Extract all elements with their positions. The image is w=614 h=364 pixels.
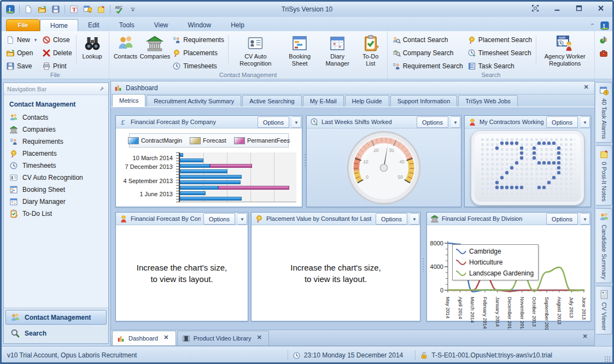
close-slash-icon xyxy=(42,36,51,44)
options-dropdown-icon[interactable]: ▼ xyxy=(581,116,590,128)
qat-post-it-note[interactable] xyxy=(95,4,107,15)
options-button[interactable]: Options xyxy=(203,213,235,225)
menu-tab-tools[interactable]: Tools xyxy=(109,19,144,31)
pin-icon[interactable] xyxy=(97,85,105,93)
ribbon-button-task-search[interactable]: Task Search xyxy=(465,60,534,72)
panel-financial-forecast-by-consultant: Financial Forecast By Consulta Options ▼… xyxy=(115,212,248,321)
tab-close-icon[interactable]: ✕ xyxy=(161,334,171,343)
options-button[interactable]: Options xyxy=(417,116,448,128)
ribbon-button-to-do-list[interactable]: To-Do List xyxy=(356,33,385,72)
ribbon-button-requirements[interactable]: Requirements xyxy=(170,34,226,46)
ribbon-button-lookup[interactable]: Lookup xyxy=(78,33,107,72)
options-button[interactable]: Options xyxy=(258,116,289,128)
options-dropdown-icon[interactable]: ▼ xyxy=(410,213,419,225)
svg-text:0: 0 xyxy=(366,174,369,180)
ribbon-button-toolbox[interactable] xyxy=(597,47,610,59)
ribbon-button-chart-tools[interactable] xyxy=(597,34,610,46)
qat-letter-t[interactable]: T xyxy=(68,4,80,15)
ribbon-button-save[interactable]: Save xyxy=(4,60,40,72)
ribbon-button-company-search[interactable]: Company Search xyxy=(390,47,465,59)
ribbon-button-print[interactable]: Print xyxy=(40,60,74,72)
options-button[interactable]: Options xyxy=(546,116,578,128)
sidebar-item-requirements[interactable]: Requirements xyxy=(4,136,108,148)
sidebar-item-timesheets[interactable]: Timesheets xyxy=(4,160,108,172)
window-maximize-button[interactable] xyxy=(572,3,586,13)
side-tab-0-post-it-notes[interactable]: 0 Post-It Notes xyxy=(596,145,612,206)
menu-tab-home[interactable]: Home xyxy=(40,19,78,31)
ribbon-button-open[interactable]: Open xyxy=(4,47,40,59)
options-dropdown-icon[interactable]: ▼ xyxy=(238,213,247,225)
document-close-icon[interactable]: ✕ xyxy=(581,84,591,92)
qat-spell-check[interactable]: ABC xyxy=(113,4,125,15)
qat-new-document[interactable] xyxy=(22,4,34,15)
ribbon-button-diary-manager[interactable]: Diary Manager xyxy=(319,33,356,72)
options-button[interactable]: Options xyxy=(546,213,578,225)
ribbon-button-placements[interactable]: Placements xyxy=(170,47,226,59)
side-tab-cv-viewer[interactable]: CV Viewer xyxy=(596,286,612,334)
options-dropdown-icon[interactable]: ▼ xyxy=(292,116,301,128)
ribbon-button-delete[interactable]: Delete xyxy=(40,47,74,59)
sidebar-item-contacts[interactable]: Contacts xyxy=(4,111,108,124)
options-dropdown-icon[interactable]: ▼ xyxy=(581,213,590,225)
ribbon-button-contact-search[interactable]: Contact Search xyxy=(390,34,465,46)
ribbon-button-cv-auto-recognition[interactable]: CV Auto Recognition xyxy=(230,33,281,72)
document-tab-product-video-library[interactable]: Product Video Library✕ xyxy=(177,331,270,345)
window-controls xyxy=(528,3,608,13)
side-tab-40-task-alarms[interactable]: 40 Task Alarms xyxy=(596,82,612,143)
options-button[interactable]: Options xyxy=(376,213,407,225)
dashboard-tab-metrics[interactable]: Metrics xyxy=(112,94,145,107)
sidebar-item-diary-manager[interactable]: Diary Manager xyxy=(4,196,108,208)
qat-more-arrow[interactable] xyxy=(127,4,139,15)
ribbon-button-timesheet-search[interactable]: Timesheet Search xyxy=(465,47,534,59)
window-close-button[interactable] xyxy=(594,3,608,13)
window-fullscreen-button[interactable] xyxy=(528,3,542,13)
dashboard-tab-my-e-mail[interactable]: My E-Mail xyxy=(303,95,344,107)
menu-tab-edit[interactable]: Edit xyxy=(78,19,109,31)
sidebar-item-to-do-list[interactable]: To-Do List xyxy=(4,208,108,220)
trisys-help-button[interactable]: t xyxy=(600,21,609,30)
tab-close-icon[interactable]: ✕ xyxy=(254,334,264,343)
ribbon-button-companies[interactable]: Companies xyxy=(140,33,171,72)
qat-trisys-logo[interactable]: t xyxy=(4,4,16,15)
qat-reminder-bell[interactable] xyxy=(81,4,93,15)
sidebar-item-cv-auto-recognition[interactable]: CV Auto Recognition xyxy=(4,172,108,184)
ribbon-button-timesheets[interactable]: Timesheets xyxy=(170,60,226,72)
bar-row xyxy=(180,191,296,196)
dashboard-tab-recruitment-activity-summary[interactable]: Recruitment Activity Summary xyxy=(147,95,241,107)
clock-green-icon xyxy=(310,118,319,126)
options-dropdown-icon[interactable]: ▼ xyxy=(451,116,460,128)
sidebar-item-companies[interactable]: Companies xyxy=(4,124,108,136)
qat-open-folder[interactable] xyxy=(36,4,48,15)
collapse-ribbon-icon[interactable]: ⌃ xyxy=(590,22,595,30)
ribbon-button-agency-worker-regulations[interactable]: AWRAgency Worker Regulations xyxy=(537,33,592,72)
dashboard-tab-help-guide[interactable]: Help Guide xyxy=(345,95,389,107)
resize-grip[interactable] xyxy=(604,356,611,362)
menu-bar-right: ⌃t xyxy=(590,21,609,30)
menu-tab-window[interactable]: Window xyxy=(178,19,221,31)
side-tab-candidate-summary[interactable]: Candidate Summary xyxy=(596,208,612,283)
ribbon-button-requirement-search[interactable]: Requirement Search xyxy=(390,60,465,72)
fullscreen-icon xyxy=(531,4,539,12)
people-icon xyxy=(10,313,20,322)
ribbon-button-placement-search[interactable]: Placement Search xyxy=(465,34,534,46)
nav-footer-contact-management[interactable]: Contact Management xyxy=(5,310,107,325)
document-tab-dashboard[interactable]: Dashboard✕ xyxy=(112,331,176,345)
dashboard-tab-active-searching[interactable]: Active Searching xyxy=(242,95,302,107)
sidebar-item-booking-sheet[interactable]: Booking Sheet xyxy=(4,184,108,196)
tab-strip-close-icon[interactable]: ✕ xyxy=(580,333,590,342)
panel-splitter[interactable] xyxy=(422,258,425,272)
dashboard-tab-support-information[interactable]: Support Information xyxy=(390,95,458,107)
qat-save[interactable] xyxy=(50,4,62,15)
ribbon-button-booking-sheet[interactable]: Booking Sheet xyxy=(281,33,319,72)
ribbon-button-new[interactable]: New▼ xyxy=(4,34,40,46)
ribbon-button-contacts[interactable]: Contacts xyxy=(112,33,140,72)
bar-chart-legend: ContractMarginForecastPermanentFees xyxy=(129,133,289,148)
nav-footer-search[interactable]: Search xyxy=(5,326,107,340)
window-minimize-button[interactable] xyxy=(550,3,564,13)
dashboard-tab-trisys-web-jobs[interactable]: TriSys Web Jobs xyxy=(458,95,518,107)
sidebar-item-placements[interactable]: Placements xyxy=(4,148,108,160)
menu-tab-view[interactable]: View xyxy=(144,19,178,31)
ribbon-button-close[interactable]: Close xyxy=(40,34,74,46)
file-menu-button[interactable]: File xyxy=(6,19,40,31)
menu-tab-help[interactable]: Help xyxy=(221,19,254,31)
